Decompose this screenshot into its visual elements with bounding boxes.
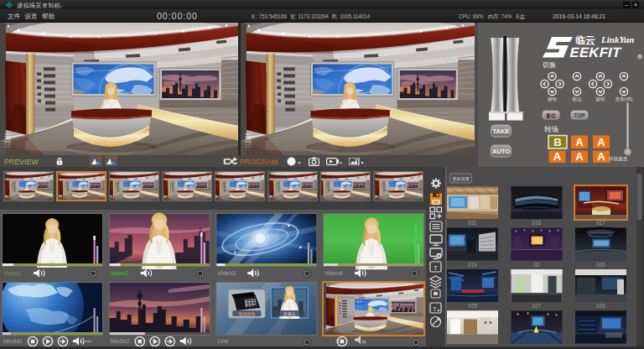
svg-text:028: 028 (596, 303, 605, 309)
svg-text:A: A (575, 136, 584, 148)
svg-text:机位: 机位 (573, 96, 583, 102)
svg-text:025: 025 (468, 303, 477, 309)
svg-text:EEKFIT: EEKFIT (569, 44, 624, 60)
svg-text:TAKE: TAKE (493, 128, 510, 135)
svg-text:020: 020 (596, 262, 605, 268)
svg-text:T: T (434, 264, 438, 272)
svg-text:027: 027 (532, 303, 542, 309)
svg-text:Line: Line (217, 338, 228, 344)
svg-text:A: A (553, 150, 562, 163)
svg-text:Video4: Video4 (325, 270, 343, 276)
svg-text:016: 016 (532, 220, 542, 226)
svg-text:R: R (638, 55, 641, 59)
svg-text:Video3: Video3 (217, 270, 236, 276)
svg-text:A: A (597, 136, 605, 148)
svg-text:AUTO: AUTO (492, 148, 510, 155)
svg-text:Video1: Video1 (3, 270, 22, 276)
svg-text:011: 011 (468, 220, 477, 226)
svg-text:旋转: 旋转 (595, 96, 606, 102)
svg-text:02: 02 (533, 262, 540, 268)
svg-text:更改背景: 更改背景 (452, 176, 470, 181)
svg-text:017: 017 (596, 220, 605, 226)
svg-text:转场速度: 转场速度 (609, 156, 628, 162)
svg-text:T: T (433, 305, 437, 313)
svg-text:Media2: Media2 (111, 338, 130, 344)
svg-text:A: A (575, 150, 584, 163)
svg-text:TOP: TOP (574, 112, 585, 118)
svg-text:A: A (597, 150, 605, 163)
svg-text:019: 019 (468, 262, 477, 268)
svg-text:复位: 复位 (545, 113, 557, 119)
svg-text:切换: 切换 (542, 61, 556, 69)
svg-text:电话连线: 电话连线 (238, 311, 255, 316)
svg-text:转场: 转场 (544, 125, 558, 133)
svg-text:Media1: Media1 (3, 338, 23, 344)
svg-text:变焦(45): 变焦(45) (615, 96, 633, 102)
svg-text:Video2: Video2 (111, 270, 129, 276)
svg-text:移动: 移动 (548, 96, 558, 102)
svg-text:B: B (553, 136, 561, 148)
svg-text:LinkYun: LinkYun (600, 34, 634, 44)
svg-text:主持人: 主持人 (283, 311, 296, 317)
